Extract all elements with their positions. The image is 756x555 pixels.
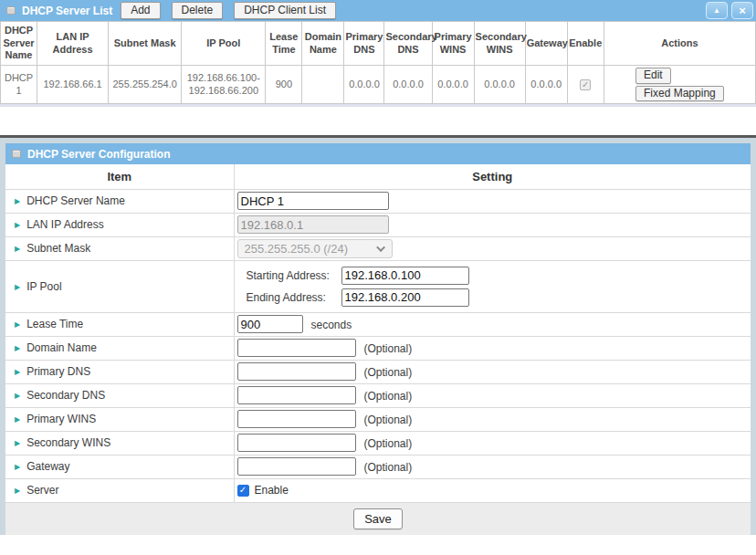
col-domain-name: Domain Name xyxy=(302,22,344,66)
add-button[interactable]: Add xyxy=(121,2,160,19)
gateway-input[interactable] xyxy=(237,457,356,476)
row-label: Subnet Mask xyxy=(26,242,90,255)
row-lease-time: ▶Lease Time seconds xyxy=(5,312,751,336)
row-label: Domain Name xyxy=(26,341,97,354)
row-arrow-icon: ▶ xyxy=(15,197,20,205)
row-label: Server xyxy=(26,484,58,497)
cell-primary-wins: 0.0.0.0 xyxy=(432,66,474,104)
optional-note: (Optional) xyxy=(364,366,413,379)
dhcp-server-configuration-header: DHCP Server Configuration xyxy=(5,143,751,164)
configuration-table: Item Setting ▶DHCP Server Name ▶LAN IP A… xyxy=(5,164,751,503)
cell-subnet-mask: 255.255.254.0 xyxy=(109,66,182,104)
row-primary-wins: ▶Primary WINS (Optional) xyxy=(5,407,751,431)
row-label: Primary WINS xyxy=(26,413,96,425)
close-icon: × xyxy=(739,4,746,17)
primary-wins-input[interactable] xyxy=(237,410,356,428)
row-secondary-dns: ▶Secondary DNS (Optional) xyxy=(5,383,751,407)
panel-square-icon xyxy=(12,150,21,158)
save-button[interactable]: Save xyxy=(353,508,403,529)
row-server: ▶Server ✓ Enable xyxy=(5,478,751,502)
col-enable: Enable xyxy=(567,22,604,66)
col-secondary-dns: Secondary DNS xyxy=(384,22,432,66)
row-dhcp-server-name: ▶DHCP Server Name xyxy=(5,189,751,213)
optional-note: (Optional) xyxy=(364,461,413,474)
row-label: IP Pool xyxy=(26,280,61,293)
server-enable-checkbox[interactable]: ✓ xyxy=(237,485,249,497)
row-label: Secondary DNS xyxy=(26,389,105,402)
table-row: DHCP 1 192.168.66.1 255.255.254.0 192.16… xyxy=(1,66,756,104)
ending-address-label: Ending Address: xyxy=(247,291,341,304)
row-label: Primary DNS xyxy=(26,365,90,378)
ending-address-input[interactable] xyxy=(341,288,469,307)
row-arrow-icon: ▶ xyxy=(15,463,20,471)
row-ip-pool: ▶IP Pool Starting Address: Ending Addres… xyxy=(5,260,751,312)
row-arrow-icon: ▶ xyxy=(15,392,20,400)
row-arrow-icon: ▶ xyxy=(15,320,20,329)
edit-button[interactable]: Edit xyxy=(635,68,671,83)
row-arrow-icon: ▶ xyxy=(15,344,20,352)
col-gateway: Gateway xyxy=(525,22,567,66)
lease-time-unit: seconds xyxy=(311,319,352,331)
cell-ip-pool: 192.168.66.100-192.168.66.200 xyxy=(182,66,266,104)
collapse-icon: ▲ xyxy=(713,6,720,15)
row-arrow-icon: ▶ xyxy=(15,221,20,229)
secondary-dns-input[interactable] xyxy=(237,386,356,404)
row-label: Gateway xyxy=(26,460,69,473)
row-arrow-icon: ▶ xyxy=(15,439,20,447)
row-domain-name: ▶Domain Name (Optional) xyxy=(5,336,751,360)
config-header-row: Item Setting xyxy=(5,164,751,189)
delete-button[interactable]: Delete xyxy=(172,2,224,19)
cell-secondary-dns: 0.0.0.0 xyxy=(384,66,432,104)
cell-secondary-wins: 0.0.0.0 xyxy=(474,66,525,104)
setting-header: Setting xyxy=(234,164,751,189)
subnet-mask-select-disabled: 255.255.255.0 (/24) xyxy=(237,239,393,258)
collapse-button[interactable]: ▲ xyxy=(706,2,728,19)
optional-note: (Optional) xyxy=(364,437,413,450)
table-header-row: DHCP Server Name LAN IP Address Subnet M… xyxy=(1,22,756,66)
cell-lan-ip: 192.168.66.1 xyxy=(37,66,109,104)
row-arrow-icon: ▶ xyxy=(15,415,20,424)
col-secondary-wins: Secondary WINS xyxy=(474,22,525,66)
cell-domain-name xyxy=(302,66,344,104)
row-primary-dns: ▶Primary DNS (Optional) xyxy=(5,360,751,383)
dhcp-server-name-input[interactable] xyxy=(237,192,389,210)
col-actions: Actions xyxy=(604,22,755,66)
check-icon: ✓ xyxy=(239,486,247,495)
domain-name-input[interactable] xyxy=(237,339,356,357)
starting-address-label: Starting Address: xyxy=(247,269,341,282)
item-header: Item xyxy=(5,164,234,189)
lease-time-input[interactable] xyxy=(237,315,303,333)
col-lan-ip-address: LAN IP Address xyxy=(37,22,109,66)
starting-address-input[interactable] xyxy=(341,267,469,285)
row-label: DHCP Server Name xyxy=(26,194,125,207)
subnet-mask-value: 255.255.255.0 (/24) xyxy=(245,242,348,256)
row-label: Secondary WINS xyxy=(26,436,110,449)
dhcp-server-configuration-panel: DHCP Server Configuration Item Setting ▶… xyxy=(0,135,756,535)
row-gateway: ▶Gateway (Optional) xyxy=(5,455,751,478)
fixed-mapping-button[interactable]: Fixed Mapping xyxy=(635,86,724,101)
row-subnet-mask: ▶Subnet Mask 255.255.255.0 (/24) xyxy=(5,236,751,260)
row-label: LAN IP Address xyxy=(26,218,104,231)
cell-name: DHCP 1 xyxy=(1,66,37,104)
dhcp-server-list-header: DHCP Server List Add Delete DHCP Client … xyxy=(0,0,756,21)
col-lease-time: Lease Time xyxy=(266,22,302,66)
col-ip-pool: IP Pool xyxy=(182,22,266,66)
cell-primary-dns: 0.0.0.0 xyxy=(344,66,384,104)
row-arrow-icon: ▶ xyxy=(15,245,20,253)
row-arrow-icon: ▶ xyxy=(15,283,20,291)
optional-note: (Optional) xyxy=(364,390,413,403)
cell-gateway: 0.0.0.0 xyxy=(525,66,567,104)
secondary-wins-input[interactable] xyxy=(237,434,356,452)
optional-note: (Optional) xyxy=(364,342,413,355)
col-subnet-mask: Subnet Mask xyxy=(109,22,182,66)
lan-ip-input xyxy=(237,215,389,234)
dhcp-client-list-button[interactable]: DHCP Client List xyxy=(234,2,336,19)
row-label: Lease Time xyxy=(26,318,83,330)
row-secondary-wins: ▶Secondary WINS (Optional) xyxy=(5,431,751,455)
row-lan-ip-address: ▶LAN IP Address xyxy=(5,213,751,236)
check-icon: ✓ xyxy=(582,80,589,89)
dhcp-server-list-panel: DHCP Server List Add Delete DHCP Client … xyxy=(0,0,756,107)
primary-dns-input[interactable] xyxy=(237,362,356,381)
server-enable-label: Enable xyxy=(255,484,289,497)
close-button[interactable]: × xyxy=(731,2,753,19)
